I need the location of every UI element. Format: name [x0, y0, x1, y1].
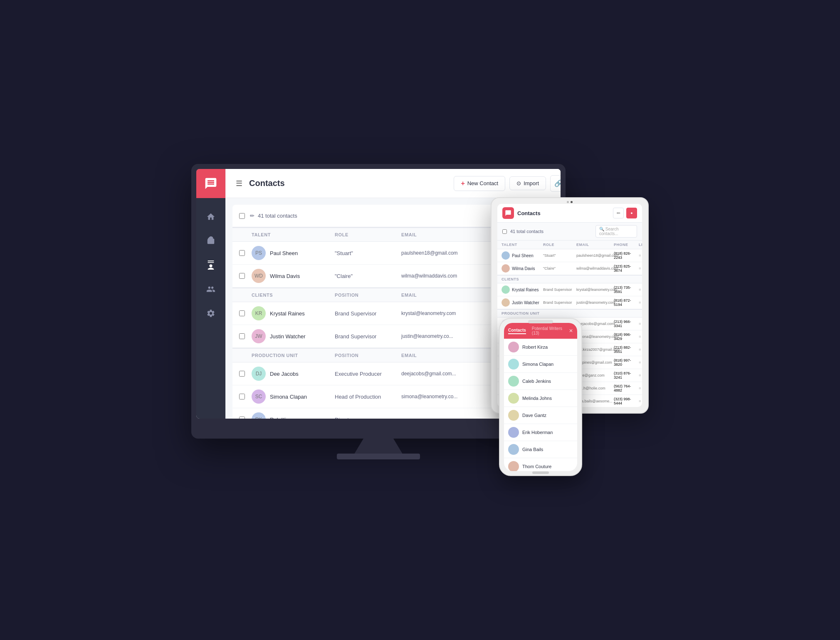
avatar: PS	[252, 246, 266, 260]
list-item: Gina Bails	[504, 441, 577, 458]
phone-tab-contacts[interactable]: Contacts	[508, 328, 526, 334]
contact-name: Robert Kirza	[522, 345, 548, 350]
contact-position: Brand Supervisor	[335, 310, 401, 317]
new-contact-button[interactable]: + New Contact	[454, 176, 505, 191]
tablet-toolbar: 41 total contacts 🔍 Search contacts...	[497, 223, 642, 241]
list-item: Erik Hoberman	[504, 424, 577, 441]
tablet-dot	[567, 201, 569, 203]
contact-name: Paul Sheen	[270, 250, 298, 256]
total-contacts: ✏ 41 total contacts	[250, 213, 297, 219]
contact-name: Gina Bails	[522, 447, 543, 452]
contact-cell: WD Wilma Davis	[252, 269, 335, 283]
avatar	[508, 461, 519, 471]
monitor-base	[337, 454, 420, 459]
nav-groups[interactable]	[200, 279, 221, 300]
contact-email: wilma@wilmaddavis.com	[401, 273, 493, 279]
contact-position: Director	[335, 417, 401, 419]
list-item: Caleb Jenkins	[504, 373, 577, 390]
contact-cell: SC Simona Clapan	[252, 389, 335, 404]
avatar: KR	[252, 306, 266, 320]
tablet-production-header: PRODUCTION UNIT	[497, 309, 642, 318]
row-checkbox[interactable]	[239, 394, 245, 399]
phone-tab-potential[interactable]: Potential Writers (13)	[532, 326, 566, 335]
tablet-notification-button[interactable]: ●	[626, 208, 637, 218]
avatar: RK	[252, 412, 266, 419]
contact-name: Thom Couture	[522, 464, 551, 469]
avatar: SC	[252, 389, 266, 404]
contact-name: Krystal Raines	[270, 310, 305, 317]
contact-name: Dave Gantz	[522, 413, 546, 418]
contact-email: krystal@leanometry.com	[401, 310, 493, 316]
nav-contacts[interactable]	[200, 255, 221, 275]
talent-col-talent: TALENT	[252, 232, 335, 237]
tablet-dots	[567, 201, 573, 203]
contact-name: Melinda Johns	[522, 396, 552, 401]
row-checkbox[interactable]	[239, 310, 245, 316]
icon-sidebar	[196, 169, 225, 419]
contact-email: deejacobs@gmail.com...	[401, 371, 493, 377]
home-icon	[206, 212, 215, 221]
nav-briefcase[interactable]	[200, 231, 221, 251]
row-checkbox[interactable]	[239, 333, 245, 339]
edit-icon[interactable]: ✏	[250, 213, 254, 219]
contact-role: "Stuart"	[335, 250, 401, 256]
tablet-row: Justin Watcher Brand Supervisor justin@l…	[497, 296, 642, 309]
new-contact-label: New Contact	[467, 180, 498, 186]
list-item: Dave Gantz	[504, 407, 577, 424]
contact-cell: KR Krystal Raines	[252, 306, 335, 320]
production-col-position: POSITION	[335, 353, 401, 358]
contact-cell: JW Justin Watcher	[252, 329, 335, 343]
page-title: Contacts	[249, 179, 447, 188]
header-actions: + New Contact ⊙ Import 🔗 💬 12	[454, 175, 561, 192]
contact-name: Erik Hoberman	[522, 430, 553, 435]
contact-name: Simona Clapan	[522, 362, 553, 367]
row-checkbox[interactable]	[239, 273, 245, 279]
contact-email: simona@leanometry.co...	[401, 394, 493, 399]
nav-home[interactable]	[200, 206, 221, 227]
select-all-checkbox[interactable]	[239, 213, 245, 219]
groups-icon	[206, 285, 215, 294]
phone-notch	[528, 320, 553, 323]
plus-icon: +	[461, 180, 464, 187]
phone-home-button[interactable]	[532, 471, 549, 474]
clients-col-position: POSITION	[335, 293, 401, 298]
tablet-total: 41 total contacts	[510, 229, 544, 234]
tablet-search[interactable]: 🔍 Search contacts...	[595, 225, 637, 238]
list-item: Simona Clapan	[504, 356, 577, 373]
contact-name: Rob Kirza	[270, 417, 294, 419]
production-col-name: PRODUCTION UNIT	[252, 353, 335, 358]
tablet-title: Contacts	[517, 210, 610, 216]
contact-name: Justin Watcher	[270, 333, 306, 340]
tablet-row: Paul Sheen "Stuart" paulsheen18@gmail.co…	[497, 249, 642, 262]
avatar	[508, 427, 519, 438]
briefcase-icon	[206, 236, 215, 246]
import-button[interactable]: ⊙ Import	[509, 176, 546, 190]
tablet-select-all[interactable]	[502, 229, 507, 234]
tablet-row: Wilma Davis "Claire" wilma@wilmaddavis.c…	[497, 262, 642, 275]
hamburger-button[interactable]: ☰	[236, 179, 242, 188]
phone-close-button[interactable]: ✕	[569, 328, 573, 334]
avatar	[508, 444, 519, 455]
avatar	[508, 359, 519, 370]
row-checkbox[interactable]	[239, 250, 245, 256]
app-logo	[196, 169, 225, 198]
contact-cell: PS Paul Sheen	[252, 246, 335, 260]
tablet-message-icon	[505, 210, 511, 216]
contacts-icon	[206, 260, 215, 270]
avatar	[508, 376, 519, 387]
tablet-clients-header: CLIENTS	[497, 275, 642, 283]
talent-col-email: EMAIL	[401, 232, 493, 237]
contact-role: "Claire"	[335, 273, 401, 279]
row-checkbox[interactable]	[239, 371, 245, 377]
avatar	[508, 342, 519, 352]
link-button[interactable]: 🔗	[550, 175, 561, 192]
contact-cell: DJ Dee Jacobs	[252, 367, 335, 381]
tablet-edit-button[interactable]: ✏	[613, 208, 624, 218]
clients-col-name: CLIENTS	[252, 293, 335, 298]
message-icon	[204, 177, 217, 190]
avatar: DJ	[252, 367, 266, 381]
contact-name: Dee Jacobs	[270, 371, 299, 377]
row-checkbox[interactable]	[239, 417, 245, 419]
list-item: Melinda Johns	[504, 390, 577, 407]
nav-settings[interactable]	[200, 303, 221, 324]
